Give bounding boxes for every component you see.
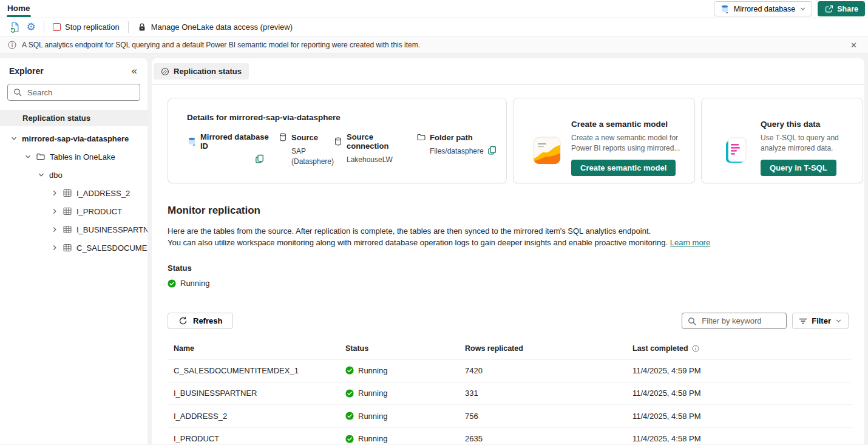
table-icon [63,188,72,198]
tab-replication-status[interactable]: Replication status [154,63,249,80]
check-circle-icon [345,389,354,398]
field-folder-path: Folder path Files/datasphere [416,132,497,167]
chevron-down-icon [10,135,18,142]
info-icon [8,41,16,49]
info-icon [692,345,699,352]
column-header-last-completed[interactable]: Last completed [632,344,852,353]
cell-name: I_PRODUCT [174,434,345,443]
tree-item-label: I_ADDRESS_2 [76,189,130,198]
status-text: Running [180,279,209,288]
cell-rows-replicated: 756 [465,412,632,421]
title-bar: Home Mirrored database Share [0,0,868,18]
semantic-card-desc: Create a new semantic model for [571,134,678,142]
main-panel: Replication status Details for mirrored-… [152,58,864,444]
semantic-card-title: Create a semantic model [571,120,680,129]
tree-item-tables-folder[interactable]: Tables in OneLake [0,148,147,166]
cell-name: I_ADDRESS_2 [174,412,345,421]
filter-keyword-box[interactable] [682,313,787,329]
refresh-button[interactable]: Refresh [168,313,233,329]
cell-rows-replicated: 7420 [465,366,632,375]
manage-onelake-button[interactable]: Manage OneLake data access (preview) [134,20,296,35]
stop-icon [53,23,61,31]
column-header-name[interactable]: Name [174,344,345,353]
chevron-right-icon [51,208,58,215]
tab-home[interactable]: Home [7,1,31,17]
stop-replication-label: Stop replication [65,22,120,32]
mirrored-database-icon [720,4,730,14]
tree-item-root[interactable]: mirrored-sap-via-datasphere [0,129,147,148]
table-icon [63,243,72,253]
cell-name: I_BUSINESSPARTNER [174,389,345,398]
field-label: Source [291,133,318,142]
explorer-tree: mirrored-sap-via-datasphere Tables in On… [0,129,147,257]
cell-status: Running [345,366,465,375]
main-content: Details for mirrored-sap-via-datasphere [152,85,864,444]
settings-button[interactable]: ⚙ [23,20,39,35]
check-circle-icon [168,279,176,288]
chevron-down-icon [799,5,806,12]
table-row[interactable]: C_SALESDOCUMENTITEMDEX_1 Running 7420 11… [168,359,852,382]
toolbar-separator [128,21,129,33]
search-input[interactable] [26,87,134,98]
cell-last-completed: 11/4/2025, 4:58 PM [632,412,852,421]
close-icon[interactable]: ✕ [847,39,860,51]
tree-item-label: C_SALESDOCUMENTIT [76,243,147,253]
refresh-label: Refresh [193,316,222,325]
info-banner: A SQL analytics endpoint for SQL queryin… [0,36,868,54]
monitor-desc-line1: Here are the tables from the source. Aft… [168,226,651,236]
tree-item-table[interactable]: I_BUSINESSPARTNER [0,220,147,239]
field-label: Source connection [347,132,416,151]
table-row[interactable]: I_ADDRESS_2 Running 756 11/4/2025, 4:58 … [168,405,852,428]
banner-text: A SQL analytics endpoint for SQL queryin… [22,41,420,49]
tree-item-schema[interactable]: dbo [0,166,147,184]
cell-last-completed: 11/4/2025, 4:58 PM [632,389,852,398]
table-row[interactable]: I_PRODUCT Running 2635 11/4/2025, 4:58 P… [168,428,852,445]
item-type-dropdown[interactable]: Mirrored database [714,1,812,16]
chevron-down-icon [24,153,32,160]
sidebar-search[interactable] [7,84,140,101]
copy-icon[interactable] [487,146,497,155]
table-controls: Refresh [168,313,863,329]
replication-table: Name Status Rows replicated Last complet… [168,344,852,444]
tree-item-label: dbo [49,171,63,180]
tree-item-table[interactable]: C_SALESDOCUMENTIT [0,239,147,257]
tree-item-label: I_PRODUCT [76,207,122,216]
stop-replication-button[interactable]: Stop replication [49,20,123,35]
details-card: Details for mirrored-sap-via-datasphere [168,98,507,183]
column-header-status[interactable]: Status [345,344,465,353]
learn-more-link[interactable]: Learn more [670,238,710,247]
tree-item-table[interactable]: I_ADDRESS_2 [0,184,147,202]
share-button[interactable]: Share [818,1,865,16]
column-header-rows-replicated[interactable]: Rows replicated [465,344,632,353]
explorer-title: Explorer [9,66,44,76]
share-label: Share [837,5,858,13]
collapse-sidebar-icon[interactable]: « [130,66,139,76]
refresh-icon [178,316,188,325]
chevron-right-icon [51,226,58,233]
share-icon [824,5,833,13]
tree-item-table[interactable]: I_PRODUCT [0,202,147,220]
cell-status: Running [345,389,465,398]
query-card-desc: Use T-SQL to query and [761,134,839,142]
tab-strip: Replication status [152,58,864,85]
copy-icon[interactable] [255,154,264,163]
manage-onelake-label: Manage OneLake data access (preview) [151,22,293,32]
folder-icon [416,132,426,142]
filter-label: Filter [812,316,831,325]
create-semantic-model-button[interactable]: Create semantic model [571,160,676,176]
filter-button[interactable]: Filter [792,313,849,329]
sidebar-item-replication-status[interactable]: Replication status [0,110,147,126]
status-value: Running [168,279,863,288]
field-label: Mirrored database ID [200,132,278,151]
filter-keyword-input[interactable] [700,316,781,326]
query-in-tsql-button[interactable]: Query in T-SQL [761,160,836,176]
field-label: Folder path [430,133,473,142]
refresh-metadata-button[interactable] [7,20,23,35]
semantic-model-icon [533,118,561,183]
table-row[interactable]: I_BUSINESSPARTNER Running 331 11/4/2025,… [168,382,852,406]
details-card-title: Details for mirrored-sap-via-datasphere [187,113,495,122]
mirrored-database-icon [187,137,197,146]
table-icon [63,225,72,234]
cell-last-completed: 11/4/2025, 4:58 PM [632,434,852,443]
item-type-label: Mirrored database [734,5,795,13]
